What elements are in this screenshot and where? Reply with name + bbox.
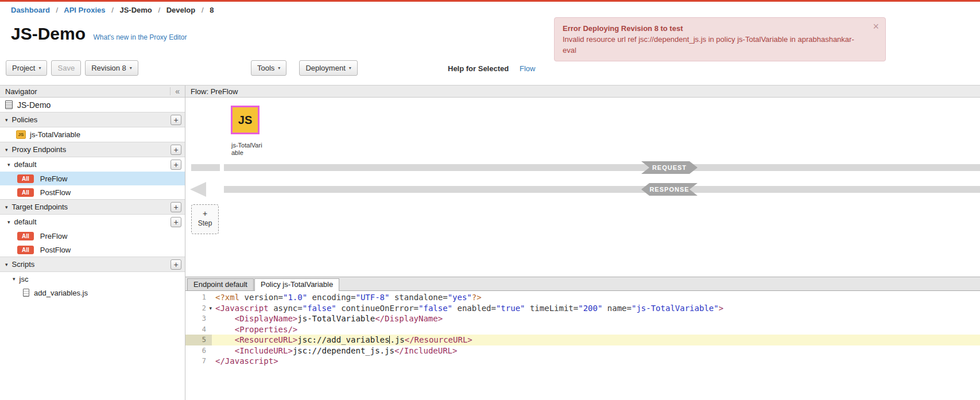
add-step-button[interactable]: + Step <box>191 204 219 234</box>
line-number: 1 <box>185 292 212 303</box>
navigator-panel: Navigator « JS-Demo ▾ Policies + JS js-T… <box>0 86 185 400</box>
deployment-button[interactable]: Deployment ▾ <box>299 60 357 76</box>
code-lines[interactable]: 1<?xml version="1.0" encoding="UTF-8" st… <box>185 291 980 400</box>
code-line[interactable]: 4 <Properties/> <box>185 324 980 335</box>
chevron-down-icon: ▾ <box>130 65 132 71</box>
chevron-down-icon[interactable]: ▾ <box>7 162 10 168</box>
deployment-button-label: Deployment <box>305 64 345 72</box>
code-line[interactable]: 2▾<Javascript async="false" continueOnEr… <box>185 303 980 314</box>
add-policy-button[interactable]: + <box>171 115 181 125</box>
breadcrumb-api-proxies[interactable]: API Proxies <box>64 6 105 14</box>
add-script-button[interactable]: + <box>171 259 181 270</box>
breadcrumb-separator: / <box>158 6 160 14</box>
whats-new-link[interactable]: What's new in the Proxy Editor <box>94 33 187 41</box>
plus-icon: + <box>192 209 218 218</box>
response-label: RESPONSE <box>641 183 698 196</box>
error-toast: × Error Deploying Revision 8 to test Inv… <box>554 17 886 61</box>
code-fold-icon[interactable]: ▾ <box>209 303 212 314</box>
breadcrumb-separator: / <box>56 6 59 14</box>
close-icon[interactable]: × <box>873 21 879 33</box>
section-policies[interactable]: ▾ Policies + <box>0 112 185 127</box>
response-track <box>224 186 980 193</box>
nav-item-proxy-postflow[interactable]: All PostFlow <box>0 185 185 199</box>
page-header: JS-Demo What's new in the Proxy Editor <box>11 24 187 52</box>
request-track-stub <box>191 164 220 171</box>
nav-item-label: JS-Demo <box>17 100 51 110</box>
save-button-label: Save <box>57 64 75 72</box>
nav-item-label: PostFlow <box>40 188 71 197</box>
breadcrumb-proxy-name: JS-Demo <box>119 6 152 14</box>
project-button[interactable]: Project ▾ <box>6 60 47 76</box>
nav-item-policy-js-totalvariable[interactable]: JS js-TotalVariable <box>0 127 185 142</box>
chevron-down-icon[interactable]: ▾ <box>5 117 8 123</box>
main-split: Navigator « JS-Demo ▾ Policies + JS js-T… <box>0 85 980 400</box>
nav-item-jsc-folder[interactable]: ▾ jsc <box>0 272 185 286</box>
code-line[interactable]: 7</Javascript> <box>185 356 980 367</box>
tools-button[interactable]: Tools ▾ <box>251 60 286 76</box>
help-flow-link[interactable]: Flow <box>520 64 535 73</box>
help-for-selected-label: Help for Selected <box>448 64 509 73</box>
chevron-down-icon[interactable]: ▾ <box>5 204 8 210</box>
nav-item-label: add_variables.js <box>34 289 88 297</box>
code-line[interactable]: 1<?xml version="1.0" encoding="UTF-8" st… <box>185 292 980 303</box>
all-badge: All <box>17 232 34 240</box>
section-proxy-endpoints[interactable]: ▾ Proxy Endpoints + <box>0 142 185 157</box>
arrow-left-icon <box>190 182 206 197</box>
chevron-down-icon[interactable]: ▾ <box>13 276 16 282</box>
line-number: 7 <box>185 356 212 367</box>
save-button[interactable]: Save <box>51 60 81 76</box>
nav-item-target-postflow[interactable]: All PostFlow <box>0 243 185 257</box>
collapse-sidebar-icon[interactable]: « <box>170 87 180 95</box>
tab-policy-js-totalvariable[interactable]: Policy js-TotalVariable <box>254 278 339 291</box>
flow-editor-panel: Flow: PreFlow JS js-TotalVariable REQUES… <box>185 86 980 400</box>
breadcrumb-develop: Develop <box>166 6 196 14</box>
nav-item-label: js-TotalVariable <box>30 130 80 139</box>
add-target-endpoint-button[interactable]: + <box>171 202 181 212</box>
nav-item-label: PostFlow <box>40 246 71 254</box>
add-flow-button[interactable]: + <box>171 217 181 227</box>
chevron-down-icon[interactable]: ▾ <box>5 262 8 267</box>
project-button-label: Project <box>12 64 35 72</box>
nav-item-proxy-root[interactable]: JS-Demo <box>0 98 185 112</box>
chevron-down-icon[interactable]: ▾ <box>7 219 10 225</box>
js-icon: JS <box>238 114 252 127</box>
code-line-text: <ResourceURL>jsc://add_variables.js</Res… <box>215 335 472 345</box>
add-proxy-endpoint-button[interactable]: + <box>171 145 181 155</box>
code-line-text: <IncludeURL>jsc://dependent_js.js</Inclu… <box>215 345 457 356</box>
tools-button-label: Tools <box>257 64 274 72</box>
nav-item-proxy-default[interactable]: ▾ default + <box>0 157 185 172</box>
chevron-down-icon: ▾ <box>278 65 280 71</box>
breadcrumb-dashboard[interactable]: Dashboard <box>11 6 50 14</box>
nav-item-label: default <box>14 218 37 226</box>
toolbar-left-group: Project ▾ Save Revision 8 ▾ <box>6 60 138 76</box>
section-label: Policies <box>12 115 38 124</box>
section-scripts[interactable]: ▾ Scripts + <box>0 257 185 272</box>
code-line-text: <DisplayName>js-TotalVariable</DisplayNa… <box>215 313 443 324</box>
nav-item-add-variables-js[interactable]: add_variables.js <box>0 286 185 300</box>
chevron-down-icon[interactable]: ▾ <box>5 147 8 153</box>
nav-item-label: PreFlow <box>40 174 68 183</box>
step-button-label: Step <box>192 219 218 227</box>
revision-button[interactable]: Revision 8 ▾ <box>85 60 138 76</box>
js-policy-icon: JS <box>16 130 26 139</box>
chevron-down-icon: ▾ <box>349 65 351 71</box>
code-line[interactable]: 6 <IncludeURL>jsc://dependent_js.js</Inc… <box>185 345 980 356</box>
request-track <box>224 164 980 171</box>
policy-node-js-totalvariable[interactable]: JS <box>231 106 259 134</box>
flow-title: Flow: PreFlow <box>191 87 238 96</box>
nav-item-label: PreFlow <box>40 232 68 240</box>
code-line-text: <Javascript async="false" continueOnErro… <box>215 303 723 314</box>
nav-item-proxy-preflow[interactable]: All PreFlow <box>0 172 185 185</box>
all-badge: All <box>17 174 34 183</box>
all-badge: All <box>17 246 34 254</box>
nav-item-target-preflow[interactable]: All PreFlow <box>0 229 185 243</box>
code-line[interactable]: 3 <DisplayName>js-TotalVariable</Display… <box>185 313 980 324</box>
section-target-endpoints[interactable]: ▾ Target Endpoints + <box>0 199 185 215</box>
add-flow-button[interactable]: + <box>171 160 181 170</box>
code-line[interactable]: 5 <ResourceURL>jsc://add_variables.js</R… <box>185 335 980 345</box>
file-icon <box>23 289 29 297</box>
section-label: Proxy Endpoints <box>12 145 67 154</box>
page-title: JS-Demo <box>11 24 86 43</box>
tab-endpoint-default[interactable]: Endpoint default <box>187 278 254 290</box>
nav-item-target-default[interactable]: ▾ default + <box>0 215 185 229</box>
